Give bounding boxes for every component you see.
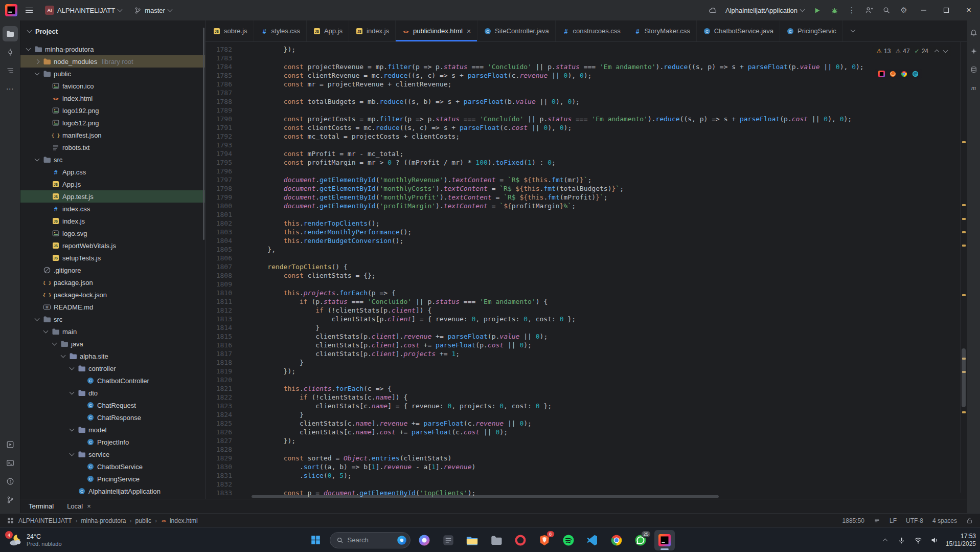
taskbar-clock[interactable]: 17:53 15/11/2025 xyxy=(946,533,976,548)
editor-tab[interactable]: <>public\index.html× xyxy=(396,20,477,41)
weather-widget[interactable]: 4 24°C Pred. nublado xyxy=(4,528,66,552)
maven-tool-icon[interactable]: m xyxy=(968,80,980,96)
close-button[interactable]: × xyxy=(958,0,980,20)
warning-stripe-mark[interactable] xyxy=(962,231,966,233)
tree-item[interactable]: .gitignore xyxy=(20,264,205,276)
chevron-down-icon[interactable] xyxy=(68,429,75,431)
tree-item[interactable]: CChatRequest xyxy=(20,399,205,411)
tree-item[interactable]: public xyxy=(20,68,205,80)
tree-item[interactable]: alpha.site xyxy=(20,350,205,362)
commit-tool-icon[interactable] xyxy=(3,45,18,60)
close-tab-icon[interactable]: × xyxy=(467,28,471,35)
taskbar-app-spotify-icon[interactable] xyxy=(558,530,579,550)
tree-item[interactable]: logo192.png xyxy=(20,104,205,117)
volume-icon[interactable] xyxy=(929,535,940,545)
previous-problem-icon[interactable] xyxy=(935,50,940,55)
chevron-down-icon[interactable] xyxy=(59,356,66,357)
tree-item[interactable]: src xyxy=(20,313,205,325)
editor-tab[interactable]: CChatbotService.java xyxy=(697,20,780,41)
code-with-me-icon[interactable] xyxy=(860,3,878,18)
project-tool-icon[interactable] xyxy=(3,26,18,41)
tree-item[interactable]: #App.css xyxy=(20,166,205,178)
taskbar-app-chrome-icon[interactable] xyxy=(606,530,627,550)
weak-warnings-counter[interactable]: ⚠ 47 xyxy=(895,48,909,55)
taskbar-app-whatsapp-icon[interactable]: 25 xyxy=(630,530,651,550)
tree-item[interactable]: service xyxy=(20,448,205,460)
chevron-down-icon[interactable] xyxy=(68,368,75,369)
chevron-down-icon[interactable] xyxy=(33,73,40,75)
editor-tab[interactable]: #styles.css xyxy=(254,20,307,41)
tree-item[interactable]: java xyxy=(20,338,205,350)
chevron-down-icon[interactable] xyxy=(33,319,40,320)
vcs-branch-selector[interactable]: master xyxy=(130,5,176,16)
taskbar-app-file-explorer-icon[interactable] xyxy=(462,530,483,550)
search-everywhere-icon[interactable] xyxy=(878,3,895,18)
taskbar-app-dark-app-icon[interactable] xyxy=(438,530,459,550)
encoding-widget[interactable]: UTF-8 xyxy=(906,517,923,524)
project-tree[interactable]: minha-produtoranode_moduleslibrary rootp… xyxy=(20,42,205,499)
warning-stripe-mark[interactable] xyxy=(962,141,966,143)
breadcrumb-item[interactable]: public xyxy=(135,517,151,524)
taskbar-app-folder-dark-icon[interactable] xyxy=(486,530,507,550)
wifi-icon[interactable] xyxy=(913,535,923,545)
tree-item[interactable]: JSApp.js xyxy=(20,178,205,190)
notifications-bell-icon[interactable] xyxy=(968,25,980,40)
start-button[interactable] xyxy=(306,530,326,550)
ci-status-icon[interactable] xyxy=(704,3,721,18)
tree-item[interactable]: src xyxy=(20,153,205,166)
tree-item[interactable]: logo512.png xyxy=(20,117,205,129)
maximize-button[interactable] xyxy=(935,0,958,20)
main-menu-icon[interactable] xyxy=(21,3,37,18)
tree-item[interactable]: <>index.html xyxy=(20,92,205,104)
tree-item[interactable]: JSApp.test.js xyxy=(20,190,205,203)
tree-item[interactable]: JSreportWebVitals.js xyxy=(20,239,205,252)
chevron-down-icon[interactable] xyxy=(51,343,58,345)
debug-button[interactable] xyxy=(826,3,843,18)
tree-item[interactable]: CChatResponse xyxy=(20,411,205,424)
taskbar-search[interactable]: Search xyxy=(330,532,411,548)
terminal-tab-local[interactable]: Local × xyxy=(67,502,91,510)
terminal-title[interactable]: Terminal xyxy=(29,502,54,510)
chevron-down-icon[interactable] xyxy=(33,159,40,161)
warning-stripe-mark[interactable] xyxy=(962,245,966,247)
firefox-browser-icon[interactable] xyxy=(890,71,896,77)
tree-item[interactable]: { }manifest.json xyxy=(20,129,205,141)
problems-tool-icon[interactable] xyxy=(3,474,18,489)
line-separator-widget[interactable]: LF xyxy=(890,517,897,524)
run-configuration-selector[interactable]: AlphaintelijattApplication xyxy=(721,5,808,16)
tree-item[interactable]: JSsetupTests.js xyxy=(20,252,205,264)
close-terminal-tab-icon[interactable]: × xyxy=(87,502,91,510)
ok-counter[interactable]: ✓ 24 xyxy=(915,48,928,55)
taskbar-app-intellij-icon[interactable] xyxy=(654,530,675,550)
caret-position-widget[interactable]: 1885:50 xyxy=(842,517,864,524)
settings-gear-icon[interactable]: ⚙ xyxy=(895,3,913,18)
ai-assistant-icon[interactable] xyxy=(968,43,980,59)
next-problem-icon[interactable] xyxy=(943,48,948,53)
breadcrumb-item[interactable]: ALPHAINTELIJATT xyxy=(18,517,72,524)
tree-item[interactable]: JSindex.js xyxy=(20,215,205,227)
taskbar-app-vscode-icon[interactable] xyxy=(582,530,603,550)
chevron-down-icon[interactable] xyxy=(68,454,75,455)
tree-item[interactable]: CChatbotController xyxy=(20,374,205,387)
tree-item[interactable]: MREADME.md xyxy=(20,301,205,313)
editor-tab[interactable]: CSiteController.java xyxy=(477,20,556,41)
tree-item[interactable]: dto xyxy=(20,387,205,399)
chrome-browser-icon[interactable] xyxy=(901,71,907,77)
tree-item[interactable]: { }package-lock.json xyxy=(20,289,205,301)
project-scrollbar[interactable] xyxy=(203,28,204,240)
tree-item[interactable]: { }package.json xyxy=(20,276,205,289)
run-button[interactable] xyxy=(808,3,826,18)
taskbar-app-brave-icon[interactable]: 8 xyxy=(534,530,555,550)
editor-tab[interactable]: JSApp.js xyxy=(307,20,349,41)
warning-stripe-mark[interactable] xyxy=(962,294,966,296)
tree-item[interactable]: CPricingService xyxy=(20,473,205,485)
editor-tab[interactable]: #StoryMaker.css xyxy=(627,20,697,41)
tree-item[interactable]: node_moduleslibrary root xyxy=(20,55,205,68)
chevron-down-icon[interactable] xyxy=(68,392,75,394)
tree-item[interactable]: robots.txt xyxy=(20,141,205,153)
tree-item[interactable]: CChatbotService xyxy=(20,460,205,473)
editor-tab[interactable]: JSindex.js xyxy=(349,20,396,41)
tree-item[interactable]: main xyxy=(20,325,205,338)
microphone-icon[interactable] xyxy=(897,535,907,545)
services-tool-icon[interactable] xyxy=(3,437,18,452)
